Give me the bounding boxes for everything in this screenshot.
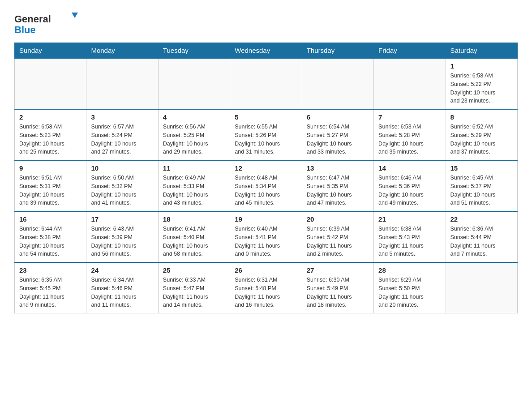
day-number: 25 [163,266,225,274]
calendar-cell [302,58,373,109]
day-number: 23 [19,266,82,274]
calendar-cell: 1Sunrise: 6:58 AMSunset: 5:22 PMDaylight… [446,58,517,109]
calendar-cell: 12Sunrise: 6:48 AMSunset: 5:34 PMDayligh… [230,160,302,211]
calendar-cell: 22Sunrise: 6:36 AMSunset: 5:44 PMDayligh… [446,211,517,262]
calendar-cell: 28Sunrise: 6:29 AMSunset: 5:50 PMDayligh… [374,262,446,313]
calendar-cell: 25Sunrise: 6:33 AMSunset: 5:47 PMDayligh… [158,262,230,313]
day-header-row: SundayMondayTuesdayWednesdayThursdayFrid… [15,43,518,59]
logo-svg: General Blue [14,11,86,35]
day-number: 7 [378,113,441,121]
day-number: 27 [307,266,369,274]
day-info: Sunrise: 6:38 AMSunset: 5:43 PMDaylight:… [378,225,441,258]
day-number: 5 [235,113,297,121]
day-info: Sunrise: 6:51 AMSunset: 5:31 PMDaylight:… [19,174,82,207]
calendar-cell: 16Sunrise: 6:44 AMSunset: 5:38 PMDayligh… [15,211,86,262]
day-info: Sunrise: 6:57 AMSunset: 5:24 PMDaylight:… [91,123,153,156]
day-info: Sunrise: 6:53 AMSunset: 5:28 PMDaylight:… [378,123,441,156]
day-number: 15 [450,164,513,172]
day-number: 21 [378,215,441,223]
calendar-cell: 18Sunrise: 6:41 AMSunset: 5:40 PMDayligh… [158,211,230,262]
day-number: 1 [450,62,513,70]
day-number: 16 [19,215,82,223]
calendar-cell: 23Sunrise: 6:35 AMSunset: 5:45 PMDayligh… [15,262,86,313]
day-number: 12 [235,164,297,172]
day-number: 3 [91,113,153,121]
calendar-cell [86,58,158,109]
day-number: 14 [378,164,441,172]
calendar-cell: 8Sunrise: 6:52 AMSunset: 5:29 PMDaylight… [446,109,517,160]
calendar-cell: 13Sunrise: 6:47 AMSunset: 5:35 PMDayligh… [302,160,373,211]
day-info: Sunrise: 6:56 AMSunset: 5:25 PMDaylight:… [163,123,225,156]
calendar-cell: 2Sunrise: 6:58 AMSunset: 5:23 PMDaylight… [15,109,86,160]
day-number: 17 [91,215,153,223]
column-header-monday: Monday [86,43,158,59]
day-number: 4 [163,113,225,121]
svg-text:Blue: Blue [14,24,36,35]
column-header-thursday: Thursday [302,43,373,59]
svg-text:General: General [14,13,51,25]
calendar-cell: 5Sunrise: 6:55 AMSunset: 5:26 PMDaylight… [230,109,302,160]
logo: General Blue [14,11,86,35]
week-row-4: 16Sunrise: 6:44 AMSunset: 5:38 PMDayligh… [15,211,518,262]
day-info: Sunrise: 6:35 AMSunset: 5:45 PMDaylight:… [19,276,82,309]
calendar-cell: 14Sunrise: 6:46 AMSunset: 5:36 PMDayligh… [374,160,446,211]
column-header-saturday: Saturday [446,43,517,59]
calendar: SundayMondayTuesdayWednesdayThursdayFrid… [14,43,518,313]
day-number: 20 [307,215,369,223]
day-info: Sunrise: 6:41 AMSunset: 5:40 PMDaylight:… [163,225,225,258]
day-number: 9 [19,164,82,172]
day-number: 11 [163,164,225,172]
calendar-cell: 11Sunrise: 6:49 AMSunset: 5:33 PMDayligh… [158,160,230,211]
day-info: Sunrise: 6:49 AMSunset: 5:33 PMDaylight:… [163,174,225,207]
day-number: 26 [235,266,297,274]
day-info: Sunrise: 6:48 AMSunset: 5:34 PMDaylight:… [235,174,297,207]
day-info: Sunrise: 6:29 AMSunset: 5:50 PMDaylight:… [378,276,441,309]
calendar-cell: 6Sunrise: 6:54 AMSunset: 5:27 PMDaylight… [302,109,373,160]
calendar-cell [15,58,86,109]
day-info: Sunrise: 6:30 AMSunset: 5:49 PMDaylight:… [307,276,369,309]
calendar-cell: 19Sunrise: 6:40 AMSunset: 5:41 PMDayligh… [230,211,302,262]
column-header-tuesday: Tuesday [158,43,230,59]
calendar-cell: 15Sunrise: 6:45 AMSunset: 5:37 PMDayligh… [446,160,517,211]
column-header-wednesday: Wednesday [230,43,302,59]
calendar-cell: 20Sunrise: 6:39 AMSunset: 5:42 PMDayligh… [302,211,373,262]
day-number: 19 [235,215,297,223]
page-header: General Blue [14,11,518,35]
calendar-cell: 7Sunrise: 6:53 AMSunset: 5:28 PMDaylight… [374,109,446,160]
calendar-cell: 10Sunrise: 6:50 AMSunset: 5:32 PMDayligh… [86,160,158,211]
day-number: 10 [91,164,153,172]
day-info: Sunrise: 6:55 AMSunset: 5:26 PMDaylight:… [235,123,297,156]
day-number: 22 [450,215,513,223]
day-info: Sunrise: 6:39 AMSunset: 5:42 PMDaylight:… [307,225,369,258]
column-header-friday: Friday [374,43,446,59]
calendar-cell: 3Sunrise: 6:57 AMSunset: 5:24 PMDaylight… [86,109,158,160]
day-info: Sunrise: 6:36 AMSunset: 5:44 PMDaylight:… [450,225,513,258]
day-info: Sunrise: 6:40 AMSunset: 5:41 PMDaylight:… [235,225,297,258]
day-info: Sunrise: 6:33 AMSunset: 5:47 PMDaylight:… [163,276,225,309]
day-number: 18 [163,215,225,223]
calendar-cell [374,58,446,109]
calendar-cell [158,58,230,109]
day-number: 24 [91,266,153,274]
day-info: Sunrise: 6:52 AMSunset: 5:29 PMDaylight:… [450,123,513,156]
calendar-cell: 27Sunrise: 6:30 AMSunset: 5:49 PMDayligh… [302,262,373,313]
week-row-1: 1Sunrise: 6:58 AMSunset: 5:22 PMDaylight… [15,58,518,109]
calendar-cell: 9Sunrise: 6:51 AMSunset: 5:31 PMDaylight… [15,160,86,211]
day-info: Sunrise: 6:31 AMSunset: 5:48 PMDaylight:… [235,276,297,309]
column-header-sunday: Sunday [15,43,86,59]
day-number: 6 [307,113,369,121]
day-info: Sunrise: 6:50 AMSunset: 5:32 PMDaylight:… [91,174,153,207]
day-number: 8 [450,113,513,121]
calendar-cell: 21Sunrise: 6:38 AMSunset: 5:43 PMDayligh… [374,211,446,262]
day-info: Sunrise: 6:54 AMSunset: 5:27 PMDaylight:… [307,123,369,156]
day-info: Sunrise: 6:58 AMSunset: 5:22 PMDaylight:… [450,72,513,105]
day-info: Sunrise: 6:43 AMSunset: 5:39 PMDaylight:… [91,225,153,258]
week-row-3: 9Sunrise: 6:51 AMSunset: 5:31 PMDaylight… [15,160,518,211]
svg-marker-1 [72,13,78,18]
day-info: Sunrise: 6:45 AMSunset: 5:37 PMDaylight:… [450,174,513,207]
day-info: Sunrise: 6:58 AMSunset: 5:23 PMDaylight:… [19,123,82,156]
calendar-cell [446,262,517,313]
week-row-2: 2Sunrise: 6:58 AMSunset: 5:23 PMDaylight… [15,109,518,160]
day-info: Sunrise: 6:34 AMSunset: 5:46 PMDaylight:… [91,276,153,309]
week-row-5: 23Sunrise: 6:35 AMSunset: 5:45 PMDayligh… [15,262,518,313]
